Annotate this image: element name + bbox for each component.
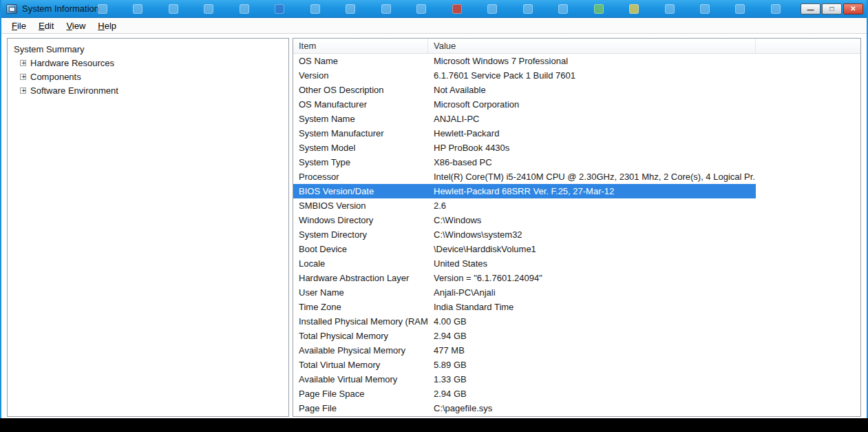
item-cell: System Directory [293,227,428,242]
value-cell: Not Available [428,83,756,97]
menu-help[interactable]: Help [92,19,123,33]
value-cell: Microsoft Windows 7 Professional [428,54,756,68]
value-cell: \Device\HarddiskVolume1 [428,242,756,256]
ghost-icon [629,4,639,14]
expand-icon[interactable] [20,60,26,66]
table-row[interactable]: System NameANJALI-PC [293,112,860,126]
item-cell: Page File [293,401,428,415]
sidebar-item-software-environment[interactable]: Software Environment [10,83,286,97]
ghost-icon [487,4,497,14]
table-row[interactable]: Boot Device\Device\HarddiskVolume1 [293,242,860,256]
value-cell: 2.94 GB [428,329,756,343]
ghost-icon [558,4,568,14]
item-cell: Time Zone [293,300,428,314]
ghost-icon [310,4,320,14]
taskbar[interactable] [0,418,868,432]
expand-icon[interactable] [20,88,26,94]
table-row[interactable]: SMBIOS Version2.6 [293,198,860,213]
table-row[interactable]: Windows DirectoryC:\Windows [293,213,860,227]
ghost-icon [523,4,533,14]
value-cell: Microsoft Corporation [428,97,756,112]
window-controls: — □ ✕ [801,3,863,14]
column-header-filler [756,39,860,53]
item-cell: Available Physical Memory [293,343,428,358]
table-row[interactable]: Available Virtual Memory1.33 GB [293,372,860,387]
item-cell: System Type [293,155,428,169]
titlebar-ghost-icons [98,3,781,14]
value-cell: Intel(R) Core(TM) i5-2410M CPU @ 2.30GHz… [428,169,756,184]
ghost-icon [346,4,355,14]
table-row[interactable]: Hardware Abstraction LayerVersion = "6.1… [293,271,860,285]
ghost-icon [665,4,675,14]
table-row[interactable]: Page File Space2.94 GB [293,387,860,401]
ghost-icon [169,4,178,14]
table-row[interactable]: Total Virtual Memory5.89 GB [293,358,860,372]
value-cell: 1.33 GB [428,372,756,387]
value-cell: 6.1.7601 Service Pack 1 Build 7601 [428,68,756,83]
titlebar[interactable]: System Information — □ ✕ [1,0,867,18]
tree: System SummaryHardware ResourcesComponen… [10,42,286,97]
menu-edit[interactable]: Edit [32,19,60,33]
minimize-button[interactable]: — [801,3,821,14]
window-title: System Information [22,3,99,14]
sidebar-item-label: System Summary [14,44,85,54]
item-cell: Windows Directory [293,213,428,227]
item-cell: Installed Physical Memory (RAM) [293,314,428,329]
menu-view[interactable]: View [60,19,92,33]
column-header-value[interactable]: Value [428,39,756,53]
sidebar-item-components[interactable]: Components [10,70,286,83]
item-cell: Version [293,68,428,83]
close-icon: ✕ [850,5,856,12]
value-cell: United States [428,256,756,271]
maximize-button[interactable]: □ [822,3,842,14]
close-button[interactable]: ✕ [843,3,863,14]
maximize-icon: □ [829,5,834,12]
table-row[interactable]: LocaleUnited States [293,256,860,271]
item-cell: Locale [293,256,428,271]
value-cell: India Standard Time [428,300,756,314]
table-row[interactable]: Other OS DescriptionNot Available [293,83,860,97]
table-row[interactable]: Installed Physical Memory (RAM)4.00 GB [293,314,860,329]
item-cell: Processor [293,169,428,184]
table-row[interactable]: Version6.1.7601 Service Pack 1 Build 760… [293,68,860,83]
ghost-icon [735,4,745,14]
table-row[interactable]: User NameAnjali-PC\Anjali [293,285,860,300]
table-row[interactable]: System DirectoryC:\Windows\system32 [293,227,860,242]
menu-file[interactable]: File [6,19,32,33]
table-row[interactable]: Available Physical Memory477 MB [293,343,860,358]
table-row[interactable]: Time ZoneIndia Standard Time [293,300,860,314]
column-header-item[interactable]: Item [293,39,428,53]
table-row[interactable]: System TypeX86-based PC [293,155,860,169]
ghost-icon [700,4,710,14]
value-cell: 2.94 GB [428,387,756,401]
expand-icon[interactable] [20,74,26,80]
ghost-icon [452,4,462,14]
content-area: System SummaryHardware ResourcesComponen… [1,34,867,418]
ghost-icon [381,4,391,14]
value-cell: HP ProBook 4430s [428,141,756,155]
value-cell: C:\pagefile.sys [428,401,756,415]
table-rows: OS NameMicrosoft Windows 7 ProfessionalV… [293,54,860,416]
ghost-icon [98,4,107,14]
table-row[interactable]: Total Physical Memory2.94 GB [293,329,860,343]
sidebar-item-hardware-resources[interactable]: Hardware Resources [10,56,286,70]
table-row[interactable]: ProcessorIntel(R) Core(TM) i5-2410M CPU … [293,169,860,184]
table-row[interactable]: OS NameMicrosoft Windows 7 Professional [293,54,860,68]
value-cell: Version = "6.1.7601.24094" [428,271,756,285]
table-row[interactable]: BIOS Version/DateHewlett-Packard 68SRR V… [293,184,860,198]
value-cell: C:\Windows\system32 [428,227,756,242]
item-cell: Boot Device [293,242,428,256]
detail-list-pane: Item Value OS NameMicrosoft Windows 7 Pr… [293,38,861,417]
table-row[interactable]: System ManufacturerHewlett-Packard [293,126,860,141]
category-tree-pane: System SummaryHardware ResourcesComponen… [7,38,289,417]
sidebar-item-system-summary[interactable]: System Summary [10,42,286,56]
table-row[interactable]: Page FileC:\pagefile.sys [293,401,860,415]
ghost-icon [133,4,142,14]
item-cell: System Manufacturer [293,126,428,141]
ghost-icon [275,4,284,14]
value-cell: 4.00 GB [428,314,756,329]
table-row[interactable]: System ModelHP ProBook 4430s [293,141,860,155]
system-information-window: System Information — □ ✕ File Edit View … [0,0,868,418]
value-cell: 477 MB [428,343,756,358]
table-row[interactable]: OS ManufacturerMicrosoft Corporation [293,97,860,112]
